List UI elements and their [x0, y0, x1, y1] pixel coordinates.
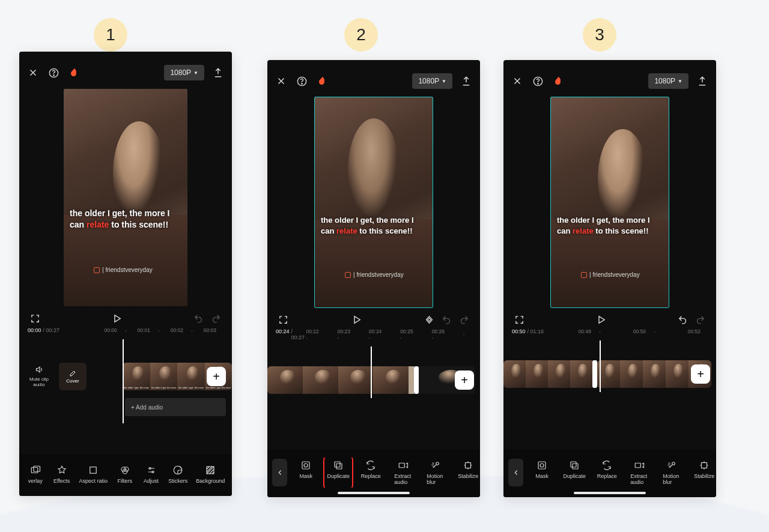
video-preview[interactable]: the older I get, the more I can relate t… [551, 97, 669, 307]
clip-trim-handle[interactable] [592, 360, 597, 388]
close-icon[interactable] [28, 67, 38, 78]
tool-stabilize[interactable]: Stabilize [455, 458, 480, 488]
preview-frame [64, 89, 187, 306]
tool-aspect-ratio[interactable]: Aspect ratio [75, 462, 111, 486]
back-button[interactable] [508, 459, 523, 486]
tool-effects[interactable]: Effects [49, 462, 74, 486]
square-icon [88, 465, 99, 476]
export-icon[interactable] [697, 76, 708, 86]
clip-trim-handle[interactable] [414, 366, 419, 394]
redo-icon[interactable] [695, 315, 705, 325]
tool-motion-blur[interactable]: Motion blur [423, 458, 448, 488]
export-icon[interactable] [213, 67, 223, 78]
tool-adjust[interactable]: Adjust [139, 462, 164, 486]
undo-icon[interactable] [678, 315, 688, 325]
timeline[interactable]: 24.5s + [503, 340, 716, 413]
svg-rect-2 [31, 468, 38, 473]
tool-replace[interactable]: Replace [594, 458, 619, 488]
extract-audio-icon [634, 460, 645, 471]
bottom-toolbar: Mask Duplicate Replace Extract audio Mot… [267, 449, 480, 497]
fullscreen-icon[interactable] [514, 315, 524, 325]
export-icon[interactable] [461, 76, 472, 86]
motion-blur-icon [430, 460, 441, 471]
phone-screenshot-2: 1080P▼ the older I get, the more I can r… [267, 60, 480, 497]
play-icon[interactable] [596, 315, 606, 325]
timeline[interactable]: 24.5s + [267, 346, 480, 419]
svg-point-24 [540, 464, 544, 467]
help-icon[interactable] [296, 76, 308, 87]
watermark: | friendstveveryday [581, 271, 640, 278]
tool-motion-blur[interactable]: Motion blur [659, 458, 684, 488]
playhead[interactable] [371, 346, 372, 398]
tool-extract-audio[interactable]: Extract audio [627, 458, 652, 488]
resolution-button[interactable]: 1080P ▼ [164, 65, 204, 80]
video-preview[interactable]: the older I get, the more I can relate t… [315, 97, 433, 307]
time-row: 00:24/ 00:27 00:2200:2300:2400:2500:26• [267, 328, 480, 343]
flame-icon[interactable] [553, 75, 564, 87]
tool-duplicate[interactable]: Duplicate [562, 458, 587, 488]
redo-icon[interactable] [459, 315, 469, 325]
clip-1-thumbnails[interactable] [503, 360, 592, 388]
fullscreen-icon[interactable] [30, 313, 40, 324]
svg-rect-18 [400, 463, 405, 468]
video-preview[interactable]: the older I get, the more I can relate t… [64, 89, 187, 306]
fullscreen-icon[interactable] [278, 315, 288, 325]
svg-point-19 [436, 462, 439, 465]
tool-duplicate[interactable]: Duplicate [326, 458, 351, 488]
tool-stickers[interactable]: Stickers [165, 462, 191, 486]
stabilize-icon [463, 460, 473, 471]
topbar: 1080P▼ [503, 60, 716, 94]
undo-icon[interactable] [442, 315, 452, 325]
tool-extract-audio[interactable]: Extract audio [391, 458, 416, 488]
add-clip-button[interactable]: + [207, 367, 226, 386]
close-icon[interactable] [512, 76, 523, 86]
caption-overlay: the older I get, the more I can relate t… [70, 208, 181, 231]
phone-screenshot-1: 1080P ▼ the older I get, the more I can … [19, 52, 232, 496]
tool-mask[interactable]: Mask [293, 458, 318, 488]
topbar: 1080P▼ [267, 60, 480, 94]
help-icon[interactable] [48, 67, 59, 79]
replace-icon [601, 460, 612, 471]
close-icon[interactable] [276, 76, 287, 86]
undo-icon[interactable] [193, 313, 204, 324]
playhead[interactable] [600, 340, 601, 392]
step-badge-1: 1 [94, 18, 127, 52]
duplicate-icon [569, 460, 580, 471]
svg-rect-3 [34, 466, 40, 471]
resolution-button[interactable]: 1080P▼ [412, 73, 452, 89]
phone-screenshot-3: 1080P▼ the older I get, the more I can r… [503, 60, 716, 497]
redo-icon[interactable] [211, 313, 221, 324]
circles-icon [120, 465, 130, 476]
play-icon[interactable] [351, 315, 362, 325]
tool-mask[interactable]: Mask [529, 458, 555, 488]
keyframe-icon[interactable] [424, 315, 434, 325]
topbar: 1080P ▼ [19, 52, 232, 85]
help-icon[interactable] [532, 76, 544, 87]
cover-button[interactable]: Cover [59, 363, 87, 390]
resolution-button[interactable]: 1080P▼ [648, 73, 688, 89]
flame-icon[interactable] [317, 75, 328, 87]
play-icon[interactable] [112, 313, 122, 324]
svg-point-15 [304, 464, 308, 467]
tool-overlay[interactable]: verlay [23, 462, 48, 486]
add-clip-button[interactable]: + [455, 370, 474, 390]
tool-filters[interactable]: Filters [112, 462, 138, 486]
timeline[interactable]: Mute clipaudio Cover the older I get, th… [19, 339, 232, 423]
svg-rect-23 [538, 462, 546, 469]
svg-point-28 [672, 462, 675, 465]
add-clip-button[interactable]: + [691, 364, 710, 384]
tool-background[interactable]: Background [192, 462, 228, 486]
bottom-toolbar: verlay Effects Aspect ratio Filters Adju… [19, 454, 232, 496]
pencil-icon [69, 370, 76, 377]
tool-stabilize[interactable]: Stabilize [691, 458, 716, 488]
svg-point-22 [538, 83, 538, 83]
svg-rect-14 [302, 462, 309, 469]
playhead[interactable] [123, 339, 124, 423]
tool-replace[interactable]: Replace [358, 458, 383, 488]
back-button[interactable] [272, 459, 287, 486]
add-audio-row[interactable]: + Add audio [125, 398, 226, 416]
caret-down-icon: ▼ [193, 70, 198, 76]
flame-icon[interactable] [69, 67, 80, 79]
mute-clip-button[interactable]: Mute clipaudio [19, 365, 59, 388]
sticker-icon [172, 465, 183, 476]
